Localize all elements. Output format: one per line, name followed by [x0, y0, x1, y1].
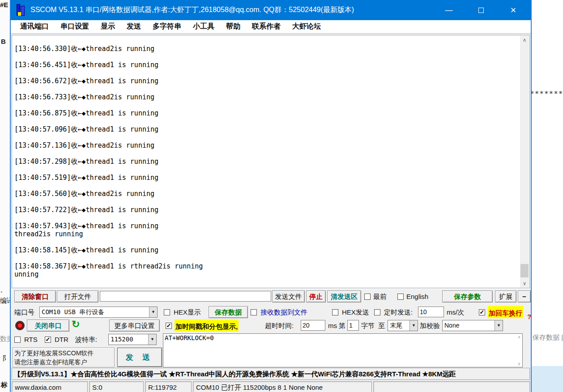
- collapse-button[interactable]: −: [518, 290, 531, 303]
- scroll-up-icon[interactable]: ∧: [520, 36, 529, 44]
- baud-select[interactable]: 115200 ▼: [108, 334, 157, 345]
- chevron-down-icon[interactable]: ▼: [148, 334, 156, 345]
- checksum-label: 加校验: [420, 320, 440, 332]
- promo-line1: 为了更好地发展SSCOM软件: [14, 349, 114, 358]
- menu-multi-string[interactable]: 多字符串: [147, 22, 187, 31]
- close-port-button[interactable]: 关闭串口: [27, 320, 69, 332]
- hex-send-label[interactable]: HEX发送: [342, 306, 369, 318]
- promo-box: 为了更好地发展SSCOM软件 请您注册嘉立创F结尾客户: [13, 347, 115, 367]
- app-icon: [16, 4, 26, 17]
- append-crlf-checkbox[interactable]: ✓: [479, 309, 485, 315]
- status-sent-count: S:0: [89, 381, 144, 392]
- control-panel: 清除窗口 打开文件 发送文件 停止 清发送区 最前 English 保存参数 扩…: [12, 289, 530, 368]
- menu-tools[interactable]: 小工具: [187, 22, 220, 31]
- chevron-down-icon[interactable]: ▼: [495, 320, 503, 331]
- status-received-count: R:119792: [145, 381, 192, 392]
- close-button[interactable]: ×: [503, 4, 524, 17]
- log-scrollbar[interactable]: ∧ ∨: [520, 36, 529, 287]
- append-crlf-label[interactable]: 加回车换行: [488, 306, 523, 318]
- send-button[interactable]: 发 送: [117, 348, 162, 367]
- byte-prefix-label: 第: [339, 320, 345, 332]
- menu-send[interactable]: 发送: [121, 22, 147, 31]
- chevron-down-icon[interactable]: ▼: [409, 320, 418, 331]
- bg-fragment: #E: [0, 1, 8, 9]
- menu-help[interactable]: 帮助: [220, 22, 246, 31]
- bg-fragment: 阝: [3, 354, 9, 363]
- receive-log-text: [13:40:56.330]收←◆thread2is running [13:4…: [12, 35, 520, 288]
- window-title: SSCOM V5.13.1 串口/网络数据调试器,作者:大虾丁丁,2618058…: [30, 5, 354, 15]
- status-connection: COM10 已打开 115200bps 8 1 None None: [193, 381, 372, 392]
- save-params-button[interactable]: 保存参数: [442, 290, 493, 303]
- english-checkbox[interactable]: [397, 294, 404, 300]
- file-path-input[interactable]: [100, 291, 271, 302]
- chevron-down-icon[interactable]: ▼: [149, 307, 157, 317]
- extend-button[interactable]: 扩展: [495, 290, 516, 303]
- scroll-down-icon[interactable]: ∨: [520, 279, 529, 287]
- status-website[interactable]: www.daxia.com: [12, 381, 88, 392]
- scroll-down-icon[interactable]: ∨: [516, 361, 522, 367]
- byte-index-input[interactable]: [347, 320, 359, 331]
- range-end-select[interactable]: 末尾 ▼: [388, 320, 418, 331]
- english-label[interactable]: English: [406, 290, 428, 303]
- receive-to-file-label[interactable]: 接收数据到文件: [260, 306, 307, 318]
- status-bar: www.daxia.com S:0 R:119792 COM10 已打开 115…: [12, 381, 530, 392]
- hex-send-checkbox[interactable]: [332, 309, 338, 315]
- timeout-unit-label: ms: [328, 320, 337, 332]
- send-input-area[interactable]: AT+WORKLOCK=0 ∧ ∨: [163, 333, 523, 367]
- menu-display[interactable]: 显示: [95, 22, 121, 31]
- clear-send-area-button[interactable]: 清发送区: [327, 290, 361, 303]
- minimize-button[interactable]: —: [439, 4, 459, 17]
- checksum-value: None: [444, 320, 495, 331]
- byte-label: 字节: [361, 320, 375, 332]
- menu-serial-settings[interactable]: 串口设置: [55, 22, 95, 31]
- timestamp-split-label[interactable]: 加时间戳和分包显示,: [175, 320, 239, 332]
- maximize-icon: [478, 8, 484, 13]
- menu-bar: 通讯端口 串口设置 显示 发送 多字符串 小工具 帮助 联系作者 大虾论坛: [11, 20, 531, 34]
- title-bar[interactable]: SSCOM V5.13.1 串口/网络数据调试器,作者:大虾丁丁,2618058…: [11, 0, 531, 20]
- stop-button[interactable]: 停止: [306, 290, 326, 303]
- dtr-label[interactable]: DTR: [55, 333, 68, 345]
- dtr-checkbox[interactable]: ✓: [45, 337, 51, 343]
- save-data-button[interactable]: 保存数据: [209, 306, 248, 318]
- hex-display-checkbox[interactable]: [164, 309, 170, 315]
- bg-fragment: 、: [0, 285, 7, 294]
- receive-to-file-checkbox[interactable]: [251, 309, 257, 315]
- timestamp-split-checkbox[interactable]: ✓: [166, 323, 172, 329]
- hex-display-label[interactable]: HEX显示: [174, 306, 201, 318]
- sscom-window: SSCOM V5.13.1 串口/网络数据调试器,作者:大虾丁丁,2618058…: [10, 0, 532, 392]
- clear-window-button[interactable]: 清除窗口: [14, 290, 56, 303]
- menu-contact-author[interactable]: 联系作者: [246, 22, 286, 31]
- timeout-input[interactable]: [301, 320, 325, 331]
- port-status-icon: [15, 321, 25, 330]
- interval-input[interactable]: [418, 307, 444, 317]
- scroll-up-icon[interactable]: ∧: [516, 334, 522, 340]
- scrollbar-thumb[interactable]: [520, 264, 529, 277]
- timed-send-label[interactable]: 定时发送:: [384, 306, 413, 318]
- promo-line2: 请您注册嘉立创F结尾客户: [14, 358, 114, 366]
- send-file-button[interactable]: 发送文件: [272, 290, 305, 303]
- baud-label: 波特率:: [75, 333, 97, 345]
- rts-checkbox[interactable]: [14, 337, 21, 343]
- ad-banner[interactable]: 【升级到V5.13.1】★合宙高性价比4G模块值得一试 ★RT-Thread中国…: [12, 368, 530, 380]
- send-input-text: AT+WORKLOCK=0: [165, 334, 515, 367]
- topmost-checkbox[interactable]: [364, 294, 371, 300]
- interval-unit-label: ms/次: [447, 306, 464, 318]
- refresh-ports-icon[interactable]: ↻: [72, 319, 80, 330]
- to-label: 至: [378, 320, 385, 332]
- timed-send-checkbox[interactable]: [374, 309, 380, 315]
- baud-value: 115200: [111, 334, 148, 345]
- checksum-select[interactable]: None ▼: [442, 320, 503, 331]
- open-file-button[interactable]: 打开文件: [57, 290, 98, 303]
- rts-label[interactable]: RTS: [24, 333, 38, 345]
- bg-text-fragment: 保存数据 |: [533, 333, 563, 342]
- receive-log-area[interactable]: [13:40:56.330]收←◆thread2is running [13:4…: [12, 35, 530, 288]
- menu-daxia-forum[interactable]: 大虾论坛: [286, 22, 327, 31]
- topmost-label[interactable]: 最前: [373, 290, 387, 303]
- menu-comm-port[interactable]: 通讯端口: [14, 22, 55, 31]
- more-serial-settings-button[interactable]: 更多串口设置: [109, 320, 160, 332]
- bg-fragment: 标: [1, 381, 8, 389]
- bg-fragment: B: [1, 38, 6, 45]
- maximize-button[interactable]: [471, 4, 491, 17]
- background-window-left: #E B 、 编译 数据 阝 标: [0, 0, 10, 392]
- port-select[interactable]: COM10 USB 串行设备 ▼: [39, 307, 158, 318]
